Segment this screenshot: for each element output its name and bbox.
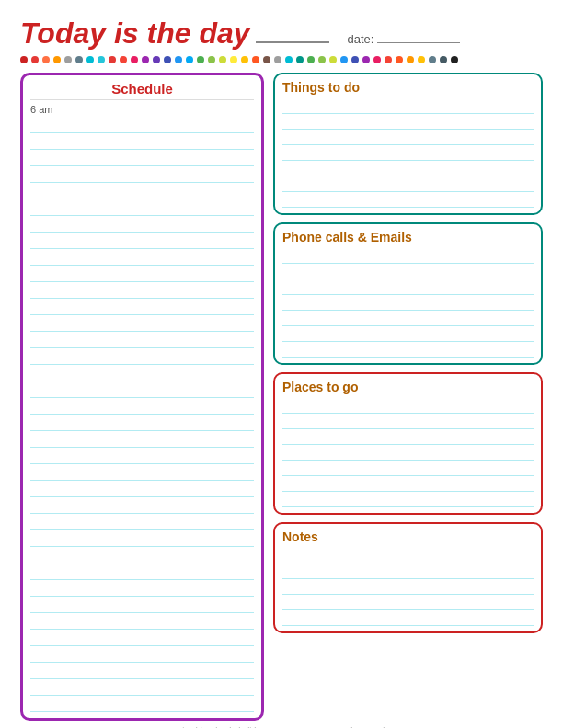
schedule-line bbox=[30, 381, 254, 398]
dot bbox=[329, 56, 337, 63]
schedule-line bbox=[30, 133, 254, 150]
phone-calls-lines bbox=[282, 248, 534, 358]
section-line bbox=[282, 145, 534, 161]
dot bbox=[175, 56, 182, 63]
dot bbox=[340, 56, 348, 63]
section-line bbox=[282, 461, 534, 476]
schedule-lines bbox=[30, 117, 254, 712]
section-line bbox=[282, 295, 534, 311]
section-line bbox=[282, 326, 534, 342]
section-line bbox=[282, 342, 534, 358]
schedule-line bbox=[30, 696, 254, 712]
dot bbox=[153, 56, 160, 63]
section-line bbox=[282, 264, 534, 279]
schedule-line bbox=[30, 183, 254, 199]
section-line bbox=[282, 114, 534, 130]
schedule-line bbox=[30, 630, 254, 646]
schedule-line bbox=[30, 166, 254, 183]
main-content: Schedule 6 am Things to do Phone calls &… bbox=[20, 73, 543, 721]
schedule-line bbox=[30, 530, 254, 547]
notes-lines bbox=[282, 548, 534, 626]
section-line bbox=[282, 445, 534, 461]
dot bbox=[318, 56, 326, 63]
dot bbox=[197, 56, 204, 63]
places-to-go-box: Places to go bbox=[273, 372, 543, 515]
phone-calls-box: Phone calls & Emails bbox=[273, 222, 543, 365]
date-label: date: bbox=[348, 32, 374, 46]
right-column: Things to do Phone calls & Emails Places… bbox=[273, 73, 543, 721]
dot bbox=[208, 56, 215, 63]
schedule-line bbox=[30, 216, 254, 233]
schedule-line bbox=[30, 332, 254, 348]
section-line bbox=[282, 429, 534, 445]
schedule-line bbox=[30, 365, 254, 381]
schedule-line bbox=[30, 266, 254, 282]
schedule-line bbox=[30, 315, 254, 332]
schedule-line bbox=[30, 497, 254, 514]
section-line bbox=[282, 414, 534, 429]
schedule-title: Schedule bbox=[30, 81, 254, 100]
schedule-line bbox=[30, 415, 254, 431]
things-to-do-box: Things to do bbox=[273, 73, 543, 215]
dot bbox=[53, 56, 61, 63]
things-to-do-lines bbox=[282, 98, 534, 208]
dot bbox=[385, 56, 392, 63]
schedule-line bbox=[30, 282, 254, 299]
date-underline bbox=[377, 42, 460, 43]
dot bbox=[64, 56, 72, 63]
section-line bbox=[282, 398, 534, 414]
schedule-line bbox=[30, 580, 254, 597]
page-title: Today is the day bbox=[20, 17, 250, 51]
schedule-line bbox=[30, 613, 254, 630]
dot bbox=[131, 56, 138, 63]
schedule-box: Schedule 6 am bbox=[20, 73, 264, 721]
schedule-line bbox=[30, 348, 254, 365]
section-line bbox=[282, 595, 534, 610]
schedule-line bbox=[30, 563, 254, 580]
schedule-line bbox=[30, 663, 254, 679]
dot bbox=[296, 56, 304, 63]
schedule-line bbox=[30, 679, 254, 696]
schedule-line bbox=[30, 233, 254, 249]
schedule-line bbox=[30, 117, 254, 133]
title-underline bbox=[256, 41, 329, 43]
schedule-line bbox=[30, 514, 254, 530]
section-line bbox=[282, 492, 534, 507]
schedule-line bbox=[30, 547, 254, 563]
section-line bbox=[282, 192, 534, 208]
dot bbox=[98, 56, 105, 63]
section-line bbox=[282, 579, 534, 595]
dot bbox=[120, 56, 127, 63]
dot bbox=[396, 56, 403, 63]
section-line bbox=[282, 161, 534, 176]
section-line bbox=[282, 563, 534, 579]
dot bbox=[142, 56, 149, 63]
header: Today is the day date: bbox=[20, 17, 543, 51]
section-line bbox=[282, 279, 534, 295]
schedule-line bbox=[30, 464, 254, 481]
things-to-do-title: Things to do bbox=[282, 80, 534, 95]
schedule-line bbox=[30, 646, 254, 663]
notes-box: Notes bbox=[273, 522, 543, 633]
dot bbox=[75, 56, 83, 63]
dot bbox=[407, 56, 414, 63]
schedule-line bbox=[30, 597, 254, 613]
notes-title: Notes bbox=[282, 529, 534, 544]
schedule-time: 6 am bbox=[30, 104, 254, 115]
schedule-line bbox=[30, 299, 254, 315]
phone-calls-title: Phone calls & Emails bbox=[282, 230, 534, 245]
dot bbox=[86, 56, 94, 63]
section-line bbox=[282, 130, 534, 145]
schedule-line bbox=[30, 398, 254, 415]
dot bbox=[440, 56, 447, 63]
dots-row bbox=[20, 56, 543, 63]
dot bbox=[252, 56, 259, 63]
dot bbox=[263, 56, 270, 63]
dot bbox=[274, 56, 282, 63]
section-line bbox=[282, 610, 534, 626]
schedule-line bbox=[30, 199, 254, 216]
places-to-go-title: Places to go bbox=[282, 380, 534, 394]
dot bbox=[429, 56, 436, 63]
schedule-line bbox=[30, 448, 254, 464]
section-line bbox=[282, 476, 534, 492]
